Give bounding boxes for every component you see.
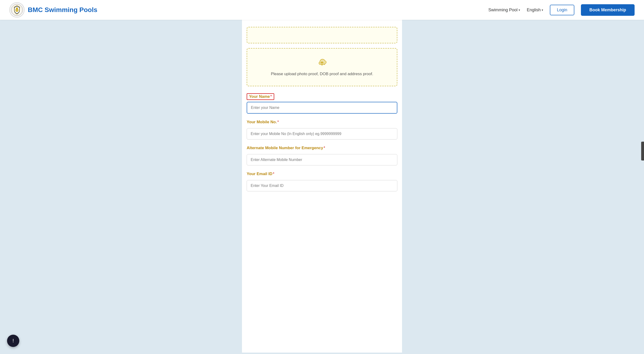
navbar-right: Swimming Pool ▾ English ▾ Login Book Mem… bbox=[488, 4, 634, 16]
upload-cloud-icon bbox=[317, 58, 327, 68]
mobile-field-group: Your Mobile No.* bbox=[247, 120, 397, 139]
alt-mobile-required-marker: * bbox=[324, 146, 325, 150]
alt-mobile-label: Alternate Mobile Number for Emergency bbox=[247, 146, 323, 150]
mobile-label: Your Mobile No. bbox=[247, 120, 277, 124]
mobile-input[interactable] bbox=[247, 128, 397, 139]
svg-point-3 bbox=[16, 7, 18, 9]
alt-mobile-label-wrapper: Alternate Mobile Number for Emergency* bbox=[247, 146, 397, 152]
language-chevron-icon: ▾ bbox=[542, 8, 543, 12]
logo-image: ★ ★ bbox=[10, 2, 24, 18]
swimming-pool-label: Swimming Pool bbox=[488, 8, 518, 13]
email-input[interactable] bbox=[247, 180, 397, 191]
chat-button[interactable]: ! bbox=[7, 335, 19, 347]
login-button[interactable]: Login bbox=[550, 5, 574, 15]
email-field-group: Your Email ID* bbox=[247, 171, 397, 191]
mobile-required-marker: * bbox=[277, 120, 279, 124]
main-content: Please upload photo proof, DOB proof and… bbox=[242, 20, 402, 352]
book-membership-button[interactable]: Book Membership bbox=[581, 4, 634, 16]
upload-cloud-svg bbox=[317, 58, 327, 66]
swimming-pool-chevron-icon: ▾ bbox=[518, 8, 520, 12]
site-title: BMC Swimming Pools bbox=[28, 6, 98, 14]
alt-mobile-field-group: Alternate Mobile Number for Emergency* bbox=[247, 146, 397, 165]
name-field-group: Your Name* bbox=[247, 93, 397, 114]
language-label: English bbox=[527, 8, 541, 13]
name-label: Your Name bbox=[249, 94, 270, 99]
navbar: ★ ★ BMC Swimming Pools Swimming Pool ▾ E… bbox=[0, 0, 644, 20]
upload-box-top[interactable] bbox=[247, 27, 397, 43]
scrollbar-thumb[interactable] bbox=[641, 142, 644, 160]
logo-svg: ★ ★ bbox=[11, 4, 23, 16]
name-input[interactable] bbox=[247, 102, 397, 114]
email-label: Your Email ID bbox=[247, 171, 272, 176]
name-label-wrapper: Your Name* bbox=[247, 93, 274, 100]
mobile-label-wrapper: Your Mobile No.* bbox=[247, 120, 397, 126]
brand-logo-link[interactable]: ★ ★ BMC Swimming Pools bbox=[10, 2, 98, 18]
chat-icon: ! bbox=[12, 338, 14, 344]
email-required-marker: * bbox=[273, 172, 274, 176]
upload-box-main[interactable]: Please upload photo proof, DOB proof and… bbox=[247, 48, 397, 86]
swimming-pool-nav[interactable]: Swimming Pool ▾ bbox=[488, 8, 520, 13]
upload-instructions: Please upload photo proof, DOB proof and… bbox=[271, 72, 373, 76]
alt-mobile-input[interactable] bbox=[247, 154, 397, 165]
name-required-marker: * bbox=[270, 95, 272, 99]
language-nav[interactable]: English ▾ bbox=[527, 8, 543, 13]
email-label-wrapper: Your Email ID* bbox=[247, 171, 397, 178]
